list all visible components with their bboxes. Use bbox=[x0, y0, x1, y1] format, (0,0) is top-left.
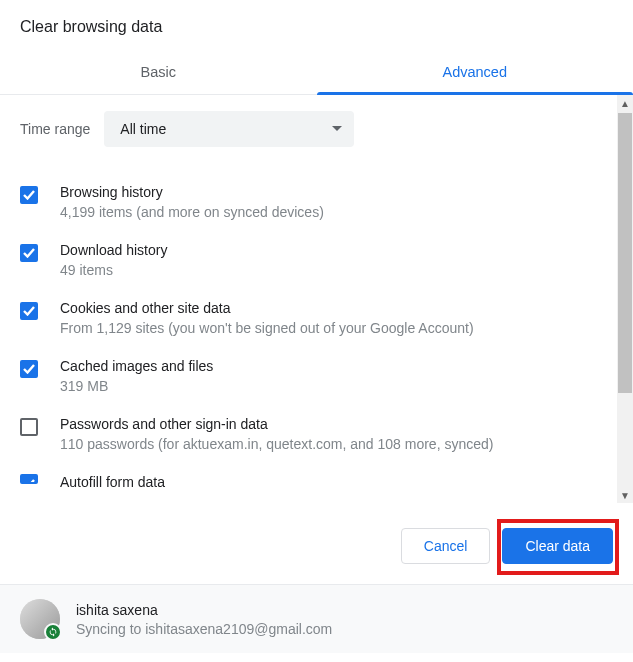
time-range-row: Time range All time bbox=[20, 111, 613, 147]
item-sub: 319 MB bbox=[60, 378, 213, 394]
checkbox-cookies[interactable] bbox=[20, 302, 38, 320]
check-icon bbox=[23, 479, 35, 484]
checkbox-cache[interactable] bbox=[20, 360, 38, 378]
item-sub: 110 passwords (for aktuexam.in, quetext.… bbox=[60, 436, 493, 452]
sync-badge-icon bbox=[44, 623, 62, 641]
checkbox-browsing-history[interactable] bbox=[20, 186, 38, 204]
item-sub: 49 items bbox=[60, 262, 167, 278]
list-item: Cookies and other site data From 1,129 s… bbox=[20, 289, 613, 347]
list-item: Cached images and files 319 MB bbox=[20, 347, 613, 405]
scrollbar[interactable]: ▲ ▼ bbox=[617, 95, 633, 503]
time-range-label: Time range bbox=[20, 121, 90, 137]
checkbox-download-history[interactable] bbox=[20, 244, 38, 262]
item-title: Passwords and other sign-in data bbox=[60, 416, 493, 432]
time-range-select[interactable]: All time bbox=[104, 111, 354, 147]
tab-basic[interactable]: Basic bbox=[0, 52, 317, 94]
profile-name: ishita saxena bbox=[76, 602, 332, 618]
list-item: Autofill form data bbox=[20, 463, 613, 490]
check-icon bbox=[23, 364, 35, 374]
item-title: Download history bbox=[60, 242, 167, 258]
data-list: Browsing history 4,199 items (and more o… bbox=[20, 173, 613, 490]
list-item: Download history 49 items bbox=[20, 231, 613, 289]
item-sub: From 1,129 sites (you won't be signed ou… bbox=[60, 320, 474, 336]
clear-data-button[interactable]: Clear data bbox=[502, 528, 613, 564]
item-title: Browsing history bbox=[60, 184, 324, 200]
dialog-footer: Cancel Clear data bbox=[0, 503, 633, 584]
item-title: Cookies and other site data bbox=[60, 300, 474, 316]
scrollbar-thumb[interactable] bbox=[618, 113, 632, 393]
item-title: Autofill form data bbox=[60, 474, 165, 490]
item-sub: 4,199 items (and more on synced devices) bbox=[60, 204, 324, 220]
profile-sync-status: Syncing to ishitasaxena2109@gmail.com bbox=[76, 621, 332, 637]
list-item: Passwords and other sign-in data 110 pas… bbox=[20, 405, 613, 463]
avatar bbox=[20, 599, 60, 639]
time-range-value: All time bbox=[120, 121, 166, 137]
tabs: Basic Advanced bbox=[0, 52, 633, 95]
scroll-area: Time range All time Browsing history 4,1… bbox=[0, 95, 633, 503]
cancel-button[interactable]: Cancel bbox=[401, 528, 491, 564]
list-item: Browsing history 4,199 items (and more o… bbox=[20, 173, 613, 231]
item-title: Cached images and files bbox=[60, 358, 213, 374]
tab-advanced[interactable]: Advanced bbox=[317, 52, 634, 94]
dialog-title: Clear browsing data bbox=[0, 0, 633, 52]
scroll-up-icon[interactable]: ▲ bbox=[617, 95, 633, 111]
chevron-down-icon bbox=[332, 126, 342, 132]
check-icon bbox=[23, 306, 35, 316]
checkbox-passwords[interactable] bbox=[20, 418, 38, 436]
check-icon bbox=[23, 248, 35, 258]
profile-bar: ishita saxena Syncing to ishitasaxena210… bbox=[0, 584, 633, 653]
check-icon bbox=[23, 190, 35, 200]
scroll-down-icon[interactable]: ▼ bbox=[617, 487, 633, 503]
checkbox-autofill[interactable] bbox=[20, 474, 38, 484]
